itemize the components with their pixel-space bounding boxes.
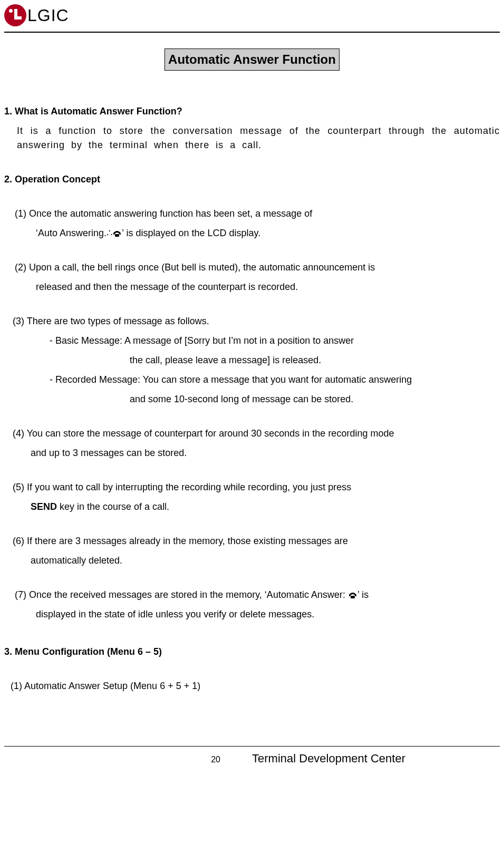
document-title: Automatic Answer Function — [164, 49, 340, 71]
s2-item-3-basic-msg-2: the call, please leave a message] is rel… — [130, 353, 500, 367]
phone-icon — [112, 230, 122, 237]
s2-item-3-rec-msg-2: and some 10-second long of message can b… — [130, 392, 500, 406]
text-fragment: ’ is displayed on the LCD display. — [122, 228, 260, 238]
send-key-label: SEND — [31, 501, 57, 512]
s2-item-7-line-1: (7) Once the received messages are store… — [15, 588, 500, 602]
section-1-heading: 1. What is Automatic Answer Function? — [4, 104, 500, 119]
page-number: 20 — [4, 753, 252, 766]
s3-item-1: (1) Automatic Answer Setup (Menu 6 + 5 +… — [11, 679, 500, 693]
footer-rule — [4, 746, 500, 747]
phone-icon — [348, 592, 357, 599]
s2-item-1-line-1: (1) Once the automatic answering functio… — [15, 207, 500, 221]
text-fragment: ‘Auto Answering.∴ — [36, 228, 112, 238]
footer-org: Terminal Development Center — [252, 750, 405, 767]
company-name: LGIC — [27, 4, 69, 26]
text-fragment: ’ is — [357, 589, 369, 600]
section-2-heading: 2. Operation Concept — [4, 172, 500, 187]
s2-item-6-line-1: (6) If there are 3 messages already in t… — [13, 534, 500, 548]
s2-item-4-line-2: and up to 3 messages can be stored. — [31, 446, 500, 460]
text-fragment: key in the course of a call. — [57, 501, 169, 512]
s2-item-3-rec-msg-1: - Recorded Message: You can store a mess… — [50, 373, 500, 387]
s2-item-5-line-1: (5) If you want to call by interrupting … — [13, 480, 500, 495]
title-container: Automatic Answer Function — [4, 49, 500, 71]
svg-rect-0 — [115, 234, 119, 237]
s2-item-1-line-2: ‘Auto Answering.∴’ is displayed on the L… — [36, 226, 500, 240]
document-page: LGIC Automatic Answer Function 1. What i… — [0, 0, 504, 780]
s2-item-5-line-2: SEND key in the course of a call. — [31, 500, 500, 514]
s2-item-2-line-2: released and then the message of the cou… — [36, 280, 500, 294]
lg-logo-icon — [4, 4, 26, 26]
svg-rect-1 — [351, 596, 355, 598]
section-1-body: It is a function to store the conversati… — [17, 124, 500, 152]
header-rule — [4, 32, 500, 33]
section-3-heading: 3. Menu Configuration (Menu 6 – 5) — [4, 645, 500, 659]
header: LGIC — [4, 4, 500, 32]
footer: 20 Terminal Development Center — [4, 750, 500, 767]
text-fragment: (7) Once the received messages are store… — [15, 589, 348, 600]
s2-item-6-line-2: automatically deleted. — [31, 554, 500, 568]
s2-item-3-line-1: (3) There are two types of message as fo… — [13, 314, 500, 328]
s2-item-3-basic-msg-1: - Basic Message: A message of [Sorry but… — [50, 334, 500, 348]
s2-item-4-line-1: (4) You can store the message of counter… — [13, 427, 500, 441]
s2-item-2-line-1: (2) Upon a call, the bell rings once (Bu… — [15, 260, 500, 275]
s2-item-7-line-2: displayed in the state of idle unless yo… — [36, 607, 500, 622]
